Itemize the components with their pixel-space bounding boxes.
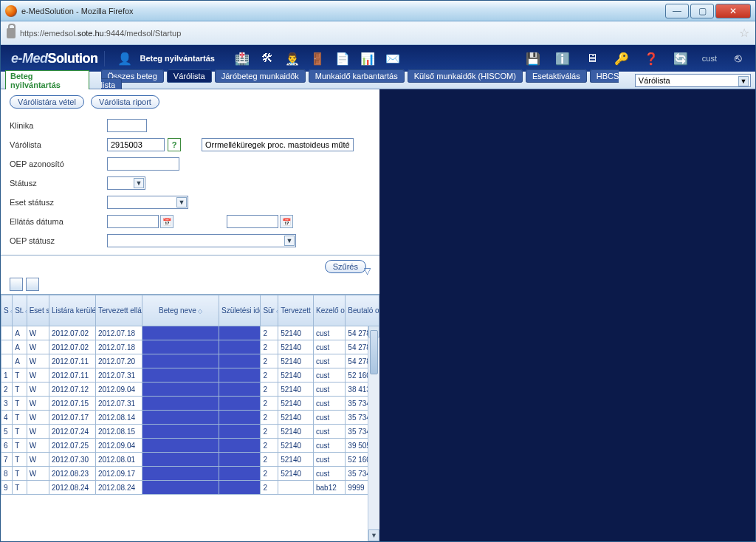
- module-tab[interactable]: Munkaidő karbantartás: [309, 69, 405, 83]
- table-cell: 2012.07.12: [49, 383, 96, 397]
- calendar-icon[interactable]: 📅: [280, 215, 293, 228]
- column-header[interactable]: Beutaló orvos◇: [346, 295, 379, 326]
- table-cell: [142, 368, 219, 383]
- module-tab[interactable]: Járóbeteg munkaidők: [215, 69, 306, 83]
- table-cell: T: [13, 481, 27, 495]
- patient-icon[interactable]: 👤: [117, 50, 133, 66]
- table-cell: 2: [261, 340, 278, 354]
- building-icon[interactable]: 🏥: [234, 50, 250, 66]
- table-cell: cust: [313, 340, 345, 354]
- monitor-icon[interactable]: 🖥: [584, 50, 600, 66]
- table-row[interactable]: 1TW2012.07.112012.07.31252140cust52 160: [1, 368, 379, 383]
- table-cell: [219, 397, 260, 411]
- table-cell: 2012.07.31: [95, 368, 142, 383]
- column-header[interactable]: Tervezett ellátási dátum◇: [95, 295, 142, 326]
- ellatas-datuma-to-input[interactable]: [227, 215, 278, 228]
- ellatas-datuma-from-input[interactable]: [107, 215, 159, 228]
- table-cell: 2012.08.14: [95, 411, 142, 425]
- table-cell: [27, 481, 49, 495]
- mail-icon[interactable]: ✉️: [385, 50, 401, 66]
- column-header[interactable]: S◇: [1, 295, 13, 326]
- table-cell: W: [27, 425, 49, 439]
- logout-icon[interactable]: ⎋: [730, 50, 746, 66]
- table-cell: cust: [313, 326, 345, 340]
- table-cell: T: [13, 411, 27, 425]
- table-row[interactable]: 9T2012.08.242012.08.242bab129999: [1, 481, 379, 495]
- document-pdf-icon[interactable]: 📄: [334, 50, 351, 66]
- table-cell: 4: [1, 411, 13, 425]
- window-minimize-button[interactable]: —: [665, 4, 689, 18]
- table-cell: [142, 425, 219, 439]
- table-cell: 2012.07.17: [49, 411, 96, 425]
- module-title: Beteg nyilvántartás: [5, 70, 89, 91]
- table-cell: 52140: [278, 354, 314, 368]
- column-header[interactable]: Eset st.◇: [27, 295, 49, 326]
- list-view-icon[interactable]: [26, 278, 39, 291]
- table-cell: T: [13, 439, 27, 453]
- info-icon[interactable]: ℹ️: [554, 50, 571, 66]
- table-row[interactable]: AW2012.07.022012.07.18252140cust54 278: [1, 326, 379, 340]
- column-header[interactable]: Kezelő orvos◇: [313, 295, 345, 326]
- scroll-thumb[interactable]: [370, 330, 378, 374]
- column-header[interactable]: St.◇: [13, 295, 27, 326]
- table-cell: 52140: [278, 340, 314, 354]
- person-gear-icon[interactable]: 👨‍⚕️: [284, 50, 300, 66]
- module-tab[interactable]: Külső munkaidők (HISCOM): [408, 69, 523, 83]
- table-cell: 1: [1, 368, 13, 383]
- module-tab[interactable]: Esetaktiválás: [526, 69, 587, 83]
- help-icon[interactable]: ❓: [643, 50, 659, 66]
- key-icon[interactable]: 🔑: [614, 50, 630, 66]
- table-cell: 2: [261, 481, 278, 495]
- table-cell: 3: [1, 397, 13, 411]
- org-chart-icon[interactable]: 📊: [360, 50, 376, 66]
- chevron-down-icon: ▼: [284, 236, 295, 246]
- varolista-lookup-button[interactable]: ?: [168, 138, 181, 151]
- refresh-icon[interactable]: 🔄: [673, 50, 689, 66]
- chevron-down-icon: ▼: [134, 178, 144, 188]
- table-cell: 2012.07.11: [49, 354, 96, 368]
- oep-statusz-combo[interactable]: [107, 234, 296, 247]
- table-cell: W: [27, 340, 49, 354]
- grid-view-icon[interactable]: [10, 278, 23, 291]
- table-cell: W: [27, 368, 49, 383]
- window-close-button[interactable]: ✕: [715, 4, 751, 18]
- table-cell: 2012.07.18: [95, 326, 142, 340]
- table-row[interactable]: 5TW2012.07.242012.08.15252140cust35 734: [1, 425, 379, 439]
- column-header[interactable]: Születési idő◇: [219, 295, 260, 326]
- varolista-input[interactable]: [107, 138, 165, 151]
- window-maximize-button[interactable]: ▢: [690, 4, 714, 18]
- table-cell: [1, 354, 13, 368]
- table-cell: 2012.07.30: [49, 453, 96, 467]
- table-scrollbar[interactable]: ▲ ▼: [368, 326, 379, 541]
- waitlist-report-button[interactable]: Várólista riport: [91, 95, 159, 109]
- table-row[interactable]: 8TW2012.08.232012.09.17252140cust35 734: [1, 467, 379, 481]
- collapse-toggle-icon[interactable]: ▽: [364, 266, 379, 276]
- table-row[interactable]: 6TW2012.07.252012.09.04252140cust39 505: [1, 439, 379, 453]
- table-row[interactable]: 2TW2012.07.122012.09.04252140cust38 413: [1, 383, 379, 397]
- add-to-waitlist-button[interactable]: Várólistára vétel: [10, 95, 84, 109]
- column-header[interactable]: Sür◇: [261, 295, 278, 326]
- filter-button[interactable]: Szűrés: [325, 260, 366, 273]
- klinika-input[interactable]: [107, 119, 147, 132]
- table-row[interactable]: 7TW2012.07.302012.08.01252140cust52 160: [1, 453, 379, 467]
- table-row[interactable]: AW2012.07.022012.07.18252140cust54 278: [1, 340, 379, 354]
- table-row[interactable]: AW2012.07.112012.07.20252140cust54 278: [1, 354, 379, 368]
- door-exit-icon[interactable]: 🚪: [309, 50, 326, 66]
- column-header[interactable]: Tervezett beavatk.◇: [278, 295, 314, 326]
- module-selector-combo[interactable]: Várólista ▼: [635, 74, 751, 87]
- column-header[interactable]: Beteg neve◇: [142, 295, 219, 326]
- table-cell: W: [27, 439, 49, 453]
- tools-icon[interactable]: 🛠: [259, 50, 275, 66]
- bookmark-star-icon[interactable]: ☆: [739, 26, 749, 40]
- column-header[interactable]: Listára kerülés dátuma◇: [49, 295, 96, 326]
- table-row[interactable]: 4TW2012.07.172012.08.14252140cust35 734: [1, 411, 379, 425]
- table-cell: [142, 326, 219, 340]
- scroll-down-button[interactable]: ▼: [368, 529, 379, 541]
- url-bar[interactable]: https://emedsol.sote.hu:9444/medsol/Star…: [1, 21, 755, 45]
- table-row[interactable]: 3TW2012.07.152012.07.31252140cust35 734: [1, 397, 379, 411]
- save-icon[interactable]: 💾: [525, 50, 541, 66]
- varolista-desc-input[interactable]: [202, 138, 354, 151]
- oep-azonosito-input[interactable]: [107, 157, 179, 171]
- module-tab[interactable]: Várólista: [167, 69, 212, 83]
- calendar-icon[interactable]: 📅: [160, 215, 173, 228]
